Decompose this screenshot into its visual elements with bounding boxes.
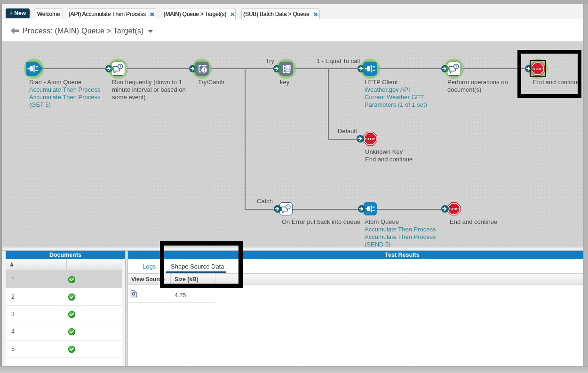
- svg-text:STOP: STOP: [365, 137, 375, 141]
- svg-text:STOP: STOP: [449, 207, 459, 211]
